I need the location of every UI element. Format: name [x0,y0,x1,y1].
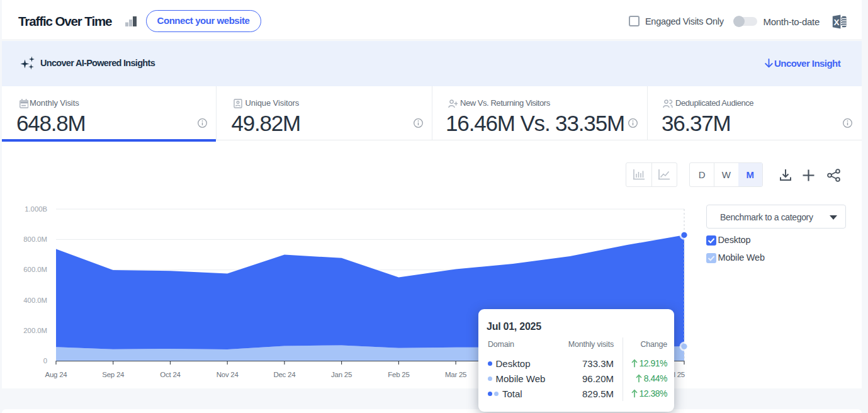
svg-text:0: 0 [43,357,47,365]
svg-text:Sep 24: Sep 24 [102,371,125,378]
svg-text:Mar 25: Mar 25 [445,371,466,378]
svg-text:1.000B: 1.000B [25,205,47,213]
svg-text:Feb 25: Feb 25 [388,371,409,378]
svg-text:200.0M: 200.0M [23,327,47,334]
svg-text:Oct 24: Oct 24 [160,371,181,378]
svg-text:Dec 24: Dec 24 [273,371,296,378]
svg-text:800.0M: 800.0M [23,235,47,243]
svg-text:400.0M: 400.0M [23,297,47,304]
svg-text:600.0M: 600.0M [23,266,47,273]
svg-text:Jan 25: Jan 25 [331,371,352,378]
svg-text:Nov 24: Nov 24 [217,371,239,378]
svg-text:Aug 24: Aug 24 [45,371,68,378]
